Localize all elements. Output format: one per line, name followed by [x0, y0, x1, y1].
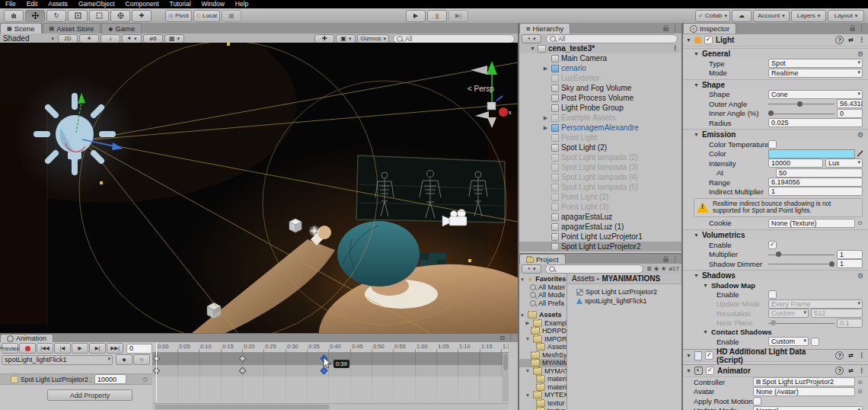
window-options-icon[interactable]: ⊡	[499, 335, 505, 341]
tab-game[interactable]: ◉Game	[101, 23, 142, 34]
eyedropper-icon[interactable]	[857, 150, 863, 157]
foldout-open-icon[interactable]: ▼	[686, 37, 691, 43]
help-icon[interactable]: ?	[835, 36, 844, 44]
hierarchy-item-point-light-luzprojetor1[interactable]: Point Light LuzProjetor1	[519, 232, 681, 242]
hierarchy-item-spot-light-lampada-3[interactable]: Spot Light lampada (3)	[519, 162, 681, 172]
scene-search-input[interactable]	[405, 35, 511, 43]
cookie-field[interactable]: None (Texture)	[768, 219, 855, 228]
scene-lighting-toggle[interactable]: ☀	[79, 34, 99, 43]
apply-root-motion-checkbox[interactable]	[753, 397, 761, 405]
tree-import[interactable]: ▼IMPORT	[519, 335, 566, 344]
tree-import-assets[interactable]: Assets	[519, 343, 566, 351]
tree-materials-1[interactable]: materi	[519, 375, 566, 383]
frame-field[interactable]: 0	[126, 344, 152, 354]
update-mode-dropdown[interactable]: Every Frame	[768, 299, 863, 309]
move-tool-button[interactable]	[25, 10, 45, 22]
gizmos-dropdown[interactable]: Gizmos▾	[357, 34, 389, 43]
multiplier-field[interactable]: 1	[837, 250, 863, 259]
tree-hdrpde[interactable]: HDRPDe	[519, 327, 566, 335]
gear-icon[interactable]: ⚙	[857, 131, 863, 139]
hierarchy-item-sky-fog-volume[interactable]: Sky and Fog Volume	[519, 83, 681, 93]
mode-dropdown[interactable]: Realtime	[768, 69, 863, 78]
lock-icon[interactable]	[850, 27, 855, 31]
tab-animation[interactable]: Animation	[0, 334, 53, 342]
custom-tool-button[interactable]: ✚	[132, 10, 152, 22]
shadow-dimmer-field[interactable]: 1	[837, 259, 863, 268]
indirect-multiplier-field[interactable]: 1	[768, 187, 863, 196]
layout-dropdown[interactable]: Layout▾	[828, 10, 864, 22]
hierarchy-item-point-light-2[interactable]: Point Light (2)	[519, 192, 681, 202]
pause-button[interactable]: ||	[427, 10, 447, 22]
tab-asset-store[interactable]: ▤Asset Store	[43, 23, 101, 34]
shading-dropdown[interactable]: Shaded▾	[0, 34, 57, 43]
tab-hierarchy[interactable]: ≡Hierarchy	[519, 23, 570, 34]
type-dropdown[interactable]: Spot	[768, 59, 863, 68]
hierarchy-create-dropdown[interactable]: +▾	[522, 34, 541, 43]
foldout-open-icon[interactable]: ▼	[525, 368, 531, 373]
kebab-menu-icon[interactable]: ⋮	[858, 367, 865, 374]
foldout-open-icon[interactable]: ▼	[694, 51, 699, 56]
hierarchy-item-point-light-3[interactable]: Point Light (3)	[519, 202, 681, 212]
shadow-map-enable-checkbox[interactable]	[768, 290, 777, 299]
hierarchy-item-apagarestaluz[interactable]: apagarEstaLuz	[519, 212, 681, 222]
favorites-header[interactable]: ▼★Favorites	[519, 275, 566, 283]
hierarchy-item-main-camera[interactable]: Main Camera	[519, 53, 681, 63]
at-field[interactable]: 50	[776, 168, 863, 178]
menu-component[interactable]: Component	[120, 0, 164, 8]
object-picker-icon[interactable]: ⊙	[857, 379, 863, 386]
hierarchy-item-spot-light-lampada-2[interactable]: Spot Light lampada (2)	[519, 152, 681, 162]
object-picker-icon[interactable]: ⊙	[857, 219, 863, 226]
inner-angle-slider[interactable]	[768, 110, 834, 117]
hand-tool-button[interactable]	[4, 10, 24, 22]
timeline-hscrollbar[interactable]	[152, 403, 509, 410]
kebab-menu-icon[interactable]: ⋮	[672, 256, 678, 263]
foldout-open-icon[interactable]: ▼	[694, 232, 699, 238]
light-component-header[interactable]: ▼ ✓ Light ? ⇄ ⋮	[683, 34, 868, 46]
foldout-open-icon[interactable]: ▼	[530, 46, 535, 51]
property-keyframe-icon[interactable]: ◇	[143, 376, 148, 383]
layers-dropdown[interactable]: Layers▾	[791, 10, 826, 22]
scene-search[interactable]	[393, 34, 515, 43]
tab-scene[interactable]: ▦Scene	[0, 23, 42, 34]
2d-toggle[interactable]: 2D	[58, 34, 78, 43]
foldout-open-icon[interactable]: ▼	[686, 353, 691, 358]
kebab-menu-icon[interactable]: ⋮	[858, 25, 865, 32]
step-button[interactable]: ▶|	[448, 10, 468, 22]
prev-key-button[interactable]: |◀	[54, 343, 71, 354]
menu-help[interactable]: Help	[230, 0, 254, 8]
color-temperature-checkbox[interactable]	[768, 140, 777, 149]
menu-window[interactable]: Window	[196, 0, 230, 8]
kebab-menu-icon[interactable]: ⋮	[507, 335, 514, 341]
add-property-button[interactable]: Add Property	[47, 389, 132, 401]
shadow-map-subsection[interactable]: ▼Shadow Map	[683, 280, 868, 290]
cloud-button[interactable]: ☁	[732, 10, 752, 22]
object-picker-icon[interactable]: ⊙	[857, 388, 863, 395]
clip-dropdown[interactable]: spotLight_lightFlick1	[2, 355, 113, 365]
foldout-closed-icon[interactable]: ▶	[542, 125, 549, 131]
preset-icon[interactable]: ⇄	[848, 37, 854, 43]
scene-grid-dropdown[interactable]: ▦▾	[164, 34, 184, 43]
animator-checkbox[interactable]: ✓	[706, 367, 714, 375]
animation-timeline[interactable]: 0:00 0:05 0:10 0:15 0:20 0:25 0:30 0:35 …	[152, 342, 509, 410]
pivot-toggle-button[interactable]: ◎Pivot	[165, 10, 192, 22]
hierarchy-item-spot-light-lampada-4[interactable]: Spot Light lampada (4)	[519, 172, 681, 182]
hierarchy-item-example-assets[interactable]: ▶Example Assets	[519, 113, 681, 123]
favorite-all-prefabs[interactable]: All Prefa	[519, 299, 566, 308]
outer-angle-field[interactable]: 56.4318	[837, 99, 863, 108]
tab-inspector[interactable]: iInspector	[683, 23, 736, 34]
intensity-unit-dropdown[interactable]: Lux	[825, 159, 863, 168]
lock-icon[interactable]	[663, 27, 669, 31]
project-search[interactable]	[545, 264, 643, 274]
outer-angle-slider[interactable]	[768, 100, 834, 107]
hierarchy-item-light-probe-group[interactable]: Light Probe Group	[519, 103, 681, 113]
contact-enable-checkbox[interactable]	[811, 338, 819, 346]
hd-light-data-header[interactable]: ▼ ✓ HD Additional Light Data (Script) ? …	[683, 349, 868, 362]
scene-hidden-count[interactable]: ø6	[143, 34, 163, 43]
hierarchy-item-personagemalexandre[interactable]: ▶PersonagemAlexandre	[519, 123, 681, 133]
near-plane-field[interactable]: 0.1	[837, 319, 863, 328]
hierarchy-item-spot-light-luzprojetor2[interactable]: Spot Light LuzProjetor2	[519, 242, 681, 251]
preset-icon[interactable]: ⇄	[848, 367, 854, 374]
resolution-field[interactable]: 512	[811, 309, 863, 318]
foldout-open-icon[interactable]: ▼	[519, 277, 525, 282]
project-create-dropdown[interactable]: +▾	[522, 264, 541, 274]
